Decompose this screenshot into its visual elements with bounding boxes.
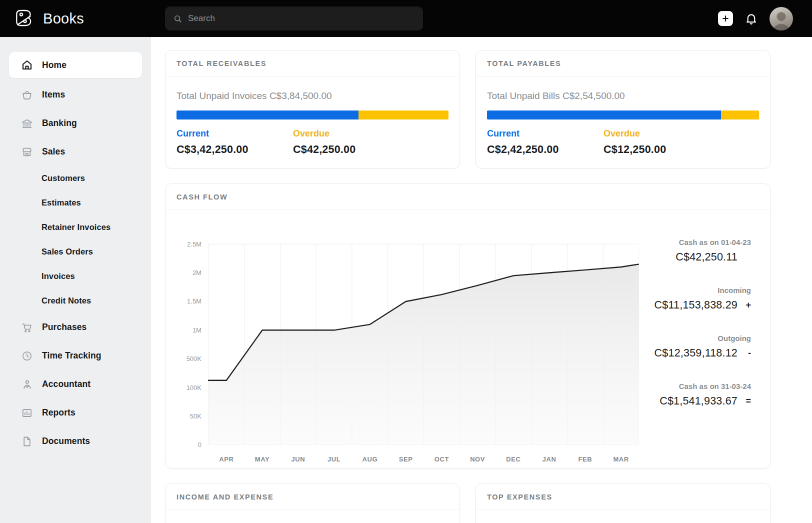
cash-flow-stat: OutgoingC$12,359,118.12- bbox=[639, 334, 751, 360]
x-axis-label: APR bbox=[219, 456, 234, 463]
current-amount: C$3,42,250.00 bbox=[176, 144, 293, 156]
sidebar-item-sales[interactable]: Sales bbox=[9, 138, 142, 166]
stat-value: C$1,541,933.67 bbox=[660, 395, 738, 408]
x-axis-label: AUG bbox=[362, 456, 378, 463]
x-axis-label: MAY bbox=[255, 456, 270, 463]
plus-icon bbox=[721, 14, 730, 23]
x-axis-label: JUL bbox=[328, 456, 340, 463]
y-axis-label: 100K bbox=[186, 384, 202, 392]
global-search[interactable] bbox=[165, 6, 423, 30]
unpaid-bills-total: Total Unpaid Bills C$2,54,500.00 bbox=[487, 90, 759, 102]
quick-create-button[interactable] bbox=[718, 11, 733, 26]
search-icon bbox=[173, 14, 182, 24]
x-axis-label: OCT bbox=[434, 456, 449, 463]
overdue-amount: C$12,250.00 bbox=[604, 144, 666, 156]
sidebar-item-reports[interactable]: Reports bbox=[9, 398, 142, 427]
cash-flow-summary: Cash as on 01-04-23C$42,250.11IncomingC$… bbox=[639, 210, 770, 468]
x-axis-label: SEP bbox=[399, 456, 413, 463]
card-title: TOTAL PAYABLES bbox=[476, 50, 770, 76]
unpaid-invoices-total: Total Unpaid Invoices C$3,84,500.00 bbox=[176, 90, 448, 102]
receivables-progress-bar bbox=[176, 110, 448, 120]
sidebar-item-items[interactable]: Items bbox=[9, 80, 142, 109]
search-input[interactable] bbox=[188, 14, 415, 24]
stat-value: C$42,250.11 bbox=[676, 251, 738, 264]
y-axis-label: 1M bbox=[192, 326, 202, 334]
sidebar-item-label: Time Tracking bbox=[42, 350, 102, 361]
sidebar-item-invoices[interactable]: Invoices bbox=[9, 264, 142, 288]
current-bar-segment bbox=[176, 110, 358, 120]
y-axis-label: 0 bbox=[198, 441, 202, 448]
sidebar-item-documents[interactable]: Documents bbox=[9, 427, 142, 456]
sidebar-item-label: Sales Orders bbox=[42, 247, 93, 256]
bell-icon bbox=[744, 12, 758, 26]
stat-label: Incoming bbox=[639, 286, 751, 294]
sidebar-item-label: Credit Notes bbox=[42, 296, 91, 306]
person-icon bbox=[21, 378, 33, 390]
y-axis-label: 1.5M bbox=[187, 298, 202, 305]
sidebar-item-label: Reports bbox=[42, 408, 76, 418]
clock-icon bbox=[21, 350, 33, 362]
x-axis-label: MAR bbox=[613, 456, 628, 463]
stat-operator: - bbox=[738, 348, 751, 358]
sidebar-item-label: Invoices bbox=[42, 272, 75, 281]
sidebar-item-label: Items bbox=[42, 90, 65, 100]
dashboard-main: TOTAL RECEIVABLES Total Unpaid Invoices … bbox=[151, 37, 812, 523]
overdue-bar-segment bbox=[721, 110, 759, 120]
sidebar: HomeItemsBankingSalesCustomersEstimatesR… bbox=[0, 37, 151, 523]
x-axis-label: JUN bbox=[291, 456, 305, 463]
cash-flow-stat: Cash as on 31-03-24C$1,541,933.67= bbox=[639, 382, 751, 408]
bank-icon bbox=[21, 118, 33, 130]
sidebar-item-sales-orders[interactable]: Sales Orders bbox=[9, 240, 142, 264]
chart-icon bbox=[21, 407, 33, 419]
sidebar-item-label: Sales bbox=[42, 146, 65, 157]
sidebar-item-purchases[interactable]: Purchases bbox=[9, 313, 142, 342]
user-avatar[interactable] bbox=[770, 7, 793, 30]
stat-label: Outgoing bbox=[639, 334, 751, 342]
avatar-silhouette-icon bbox=[770, 8, 793, 30]
topbar: Books bbox=[0, 0, 812, 37]
document-icon bbox=[21, 436, 33, 448]
sidebar-item-banking[interactable]: Banking bbox=[9, 109, 142, 138]
stat-operator: = bbox=[738, 396, 751, 406]
overdue-label: Overdue bbox=[604, 128, 666, 139]
store-icon bbox=[21, 146, 33, 158]
cart-icon bbox=[21, 322, 33, 334]
sidebar-item-accountant[interactable]: Accountant bbox=[9, 370, 142, 398]
sidebar-item-label: Accountant bbox=[42, 379, 90, 390]
current-amount: C$2,42,250.00 bbox=[487, 144, 604, 156]
cash-flow-chart: 050K100K500K1M1.5M2M2.5MAPRMAYJUNJULAUGS… bbox=[174, 215, 639, 464]
overdue-amount: C$42,250.00 bbox=[293, 144, 356, 156]
card-title: INCOME AND EXPENSE bbox=[166, 484, 460, 510]
y-axis-label: 50K bbox=[190, 412, 202, 420]
overdue-bar-segment bbox=[358, 110, 448, 120]
sidebar-item-estimates[interactable]: Estimates bbox=[9, 190, 142, 215]
current-label: Current bbox=[487, 128, 604, 139]
topbar-actions bbox=[718, 0, 793, 37]
x-axis-label: JAN bbox=[542, 456, 556, 463]
top-expenses-card: TOP EXPENSES bbox=[476, 484, 770, 523]
sidebar-item-customers[interactable]: Customers bbox=[9, 166, 142, 190]
notifications-button[interactable] bbox=[744, 12, 758, 26]
total-receivables-card: TOTAL RECEIVABLES Total Unpaid Invoices … bbox=[165, 50, 460, 168]
current-bar-segment bbox=[487, 110, 721, 120]
y-axis-label: 2M bbox=[192, 269, 202, 276]
sidebar-item-label: Customers bbox=[42, 174, 85, 183]
sidebar-item-time-tracking[interactable]: Time Tracking bbox=[9, 342, 142, 370]
sidebar-item-label: Estimates bbox=[42, 198, 81, 208]
app-logo: Books bbox=[0, 7, 84, 30]
stat-value: C$12,359,118.12 bbox=[654, 347, 738, 360]
income-and-expense-card: INCOME AND EXPENSE bbox=[165, 484, 460, 523]
x-axis-label: NOV bbox=[470, 456, 485, 463]
sidebar-item-home[interactable]: Home bbox=[9, 52, 142, 78]
payables-progress-bar bbox=[487, 110, 759, 120]
sidebar-item-credit-notes[interactable]: Credit Notes bbox=[9, 288, 142, 313]
x-axis-label: FEB bbox=[578, 456, 592, 463]
stat-label: Cash as on 31-03-24 bbox=[639, 382, 751, 390]
app-title: Books bbox=[43, 10, 84, 27]
sidebar-item-label: Banking bbox=[42, 118, 77, 128]
card-title: TOTAL RECEIVABLES bbox=[166, 50, 460, 76]
total-payables-card: TOTAL PAYABLES Total Unpaid Bills C$2,54… bbox=[476, 50, 770, 168]
overdue-label: Overdue bbox=[293, 128, 356, 139]
stat-operator: + bbox=[738, 300, 751, 310]
sidebar-item-retainer-invoices[interactable]: Retainer Invoices bbox=[9, 215, 142, 240]
